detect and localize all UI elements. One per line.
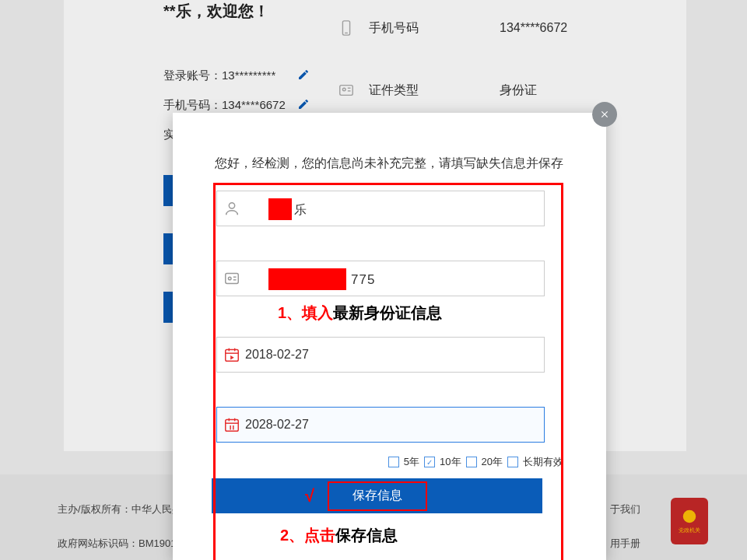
end-date-input[interactable] <box>245 418 544 432</box>
duration-options: 5年 ✓10年 20年 长期有效 <box>388 455 563 469</box>
chk-long[interactable] <box>507 457 518 467</box>
tick-mark: √ <box>305 486 314 506</box>
name-field[interactable]: 乐 <box>216 191 545 226</box>
id-suffix: 775 <box>351 272 375 288</box>
svg-rect-12 <box>226 350 239 362</box>
svg-point-9 <box>228 277 231 280</box>
id-redaction <box>268 268 346 290</box>
start-date-field[interactable] <box>216 337 545 373</box>
id-icon <box>223 270 240 287</box>
complete-info-modal: 您好，经检测，您的信息尚未补充完整，请填写缺失信息并保存 乐 775 1、填入最… <box>173 113 606 560</box>
calendar-end-icon <box>223 416 240 433</box>
chk-5y[interactable] <box>388 457 399 467</box>
end-date-field[interactable] <box>216 407 545 443</box>
chk-20y[interactable] <box>466 457 477 467</box>
name-redaction <box>268 198 292 220</box>
name-suffix: 乐 <box>294 202 307 219</box>
hint-2: 2、点击保存信息 <box>280 525 398 546</box>
calendar-start-icon <box>223 346 240 363</box>
svg-rect-17 <box>226 420 239 432</box>
save-button[interactable]: 保存信息 <box>328 481 427 511</box>
modal-title: 您好，经检测，您的信息尚未补充完整，请填写缺失信息并保存 <box>215 156 563 172</box>
svg-point-7 <box>229 203 234 208</box>
id-field[interactable]: 775 <box>216 261 545 296</box>
close-button[interactable] <box>592 102 617 127</box>
start-date-input[interactable] <box>245 348 544 362</box>
svg-rect-8 <box>226 274 239 284</box>
svg-marker-16 <box>230 355 234 360</box>
chk-10y[interactable]: ✓ <box>424 457 435 467</box>
hint-1: 1、填入最新身份证信息 <box>278 303 442 324</box>
save-bar: √ 保存信息 <box>212 478 542 513</box>
user-icon <box>223 200 240 217</box>
